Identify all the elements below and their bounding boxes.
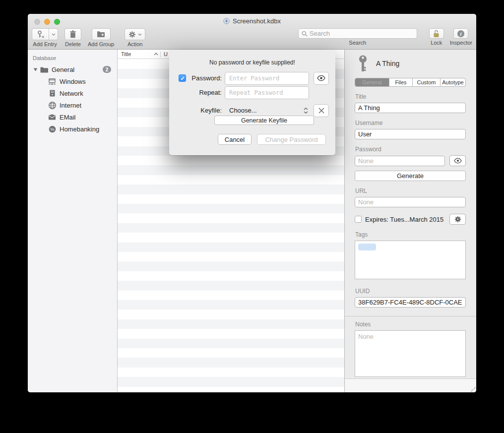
sidebar-item-general[interactable]: General 2 <box>28 63 117 75</box>
title-field[interactable] <box>355 103 466 113</box>
column-header-title[interactable]: Title <box>118 51 154 57</box>
expires-settings-button[interactable] <box>449 214 466 225</box>
inspector-content: A Thing General Files Custom Autotype Ti… <box>345 50 476 378</box>
search-field[interactable] <box>298 28 417 39</box>
windows-group-icon <box>48 78 57 85</box>
uuid-field[interactable] <box>355 297 466 308</box>
lock-toolbar-item: Lock <box>429 28 444 50</box>
cancel-button[interactable]: Cancel <box>218 134 252 145</box>
notes-label: Notes <box>355 321 466 328</box>
key-icon <box>358 55 368 72</box>
add-group-label: Add Group <box>88 41 114 47</box>
resize-grip[interactable] <box>471 387 476 392</box>
title-field-label: Title <box>355 93 466 100</box>
password-field[interactable] <box>355 156 445 166</box>
add-entry-toolbar-item: Add Entry <box>32 28 58 50</box>
sidebar-item-network[interactable]: Network <box>28 87 117 99</box>
password-checkbox[interactable] <box>179 74 186 82</box>
add-entry-dropdown-arrow[interactable] <box>49 29 58 40</box>
sidebar-item-label: General <box>52 66 74 73</box>
search-icon <box>302 31 308 37</box>
action-button[interactable] <box>125 28 145 40</box>
sidebar-item-homebanking[interactable]: % Homebanking <box>28 123 117 135</box>
delete-toolbar-item: Delete <box>64 28 81 50</box>
server-icon <box>48 90 57 97</box>
add-group-toolbar-item: Add Group <box>88 28 114 50</box>
inspector-button[interactable]: i <box>453 28 468 39</box>
svg-text:i: i <box>460 31 462 36</box>
tag-pill[interactable] <box>358 244 376 250</box>
generate-password-button[interactable]: Generate <box>355 171 466 181</box>
repeat-input[interactable] <box>225 86 309 99</box>
keyfile-popup[interactable]: Choose... <box>225 107 309 114</box>
action-toolbar-item: Action <box>125 28 145 50</box>
search-label: Search <box>349 40 366 46</box>
notes-field[interactable] <box>355 330 466 377</box>
key-plus-icon <box>32 29 49 40</box>
inspector-panel: A Thing General Files Custom Autotype Ti… <box>345 50 476 392</box>
tags-box[interactable] <box>355 241 466 279</box>
entry-count-badge: 2 <box>103 66 111 73</box>
sidebar-item-internet[interactable]: Internet <box>28 99 117 111</box>
sidebar-item-label: Windows <box>60 78 86 85</box>
tab-autotype[interactable]: Autotype <box>440 78 465 86</box>
dialog-buttons: Cancel Change Password <box>169 134 335 145</box>
svg-text:%: % <box>50 126 55 132</box>
sidebar-item-windows[interactable]: Windows <box>28 75 117 87</box>
sidebar-item-label: Homebanking <box>60 125 99 133</box>
window-title-text: Screenshot.kdbx <box>233 17 281 25</box>
expires-checkbox[interactable] <box>355 216 362 223</box>
username-field[interactable] <box>355 129 466 139</box>
search-toolbar-item: Search <box>298 28 417 50</box>
document-icon <box>223 18 230 24</box>
sidebar-header: Database <box>28 54 117 63</box>
lock-button[interactable] <box>429 28 444 39</box>
add-group-button[interactable] <box>92 28 111 40</box>
sidebar-item-label: Internet <box>60 102 81 109</box>
inspector-divider <box>345 316 476 316</box>
disclosure-triangle-icon[interactable] <box>32 68 39 71</box>
action-label: Action <box>127 41 143 47</box>
password-row: Password: <box>169 71 335 85</box>
inspector-tabs: General Files Custom Autotype <box>355 78 466 87</box>
repeat-label: Repeat: <box>186 89 222 96</box>
tab-general[interactable]: General <box>355 78 389 86</box>
clear-keyfile-button[interactable] <box>314 104 329 117</box>
password-input[interactable] <box>225 72 309 85</box>
dialog-message: No password or keyfile supplied! <box>169 50 335 66</box>
app-window: Screenshot.kdbx Add Entry <box>28 14 476 392</box>
keyfile-label: Keyfile: <box>186 107 222 114</box>
percent-icon: % <box>48 125 57 133</box>
eye-icon <box>316 75 326 81</box>
toolbar-right: Search Lock i Inspe <box>298 28 472 50</box>
tab-files[interactable]: Files <box>389 78 412 86</box>
eye-icon <box>453 158 462 164</box>
search-input[interactable] <box>310 30 414 37</box>
add-entry-button[interactable] <box>32 28 58 40</box>
tab-custom[interactable]: Custom <box>412 78 440 86</box>
username-field-label: Username <box>355 120 466 126</box>
stepper-icon <box>304 108 308 114</box>
reveal-password-button[interactable] <box>314 72 329 85</box>
inspector-footer <box>345 378 476 392</box>
lock-label: Lock <box>431 40 442 46</box>
action-dropdown-arrow <box>138 33 142 36</box>
reveal-password-button[interactable] <box>449 155 466 166</box>
column-header-username[interactable]: U <box>164 51 168 57</box>
change-password-button[interactable]: Change Password <box>257 134 326 145</box>
generate-keyfile-button[interactable]: Generate Keyfile <box>214 116 314 125</box>
tags-label: Tags <box>355 231 466 238</box>
column-divider[interactable] <box>160 51 161 58</box>
change-password-dialog: No password or keyfile supplied! Passwor… <box>169 50 335 155</box>
toolbar: Add Entry Delete Add Group <box>28 28 476 50</box>
trash-icon <box>69 30 76 38</box>
sidebar-item-email[interactable]: EMail <box>28 111 117 123</box>
sidebar-item-label: Network <box>60 90 83 97</box>
url-field-label: URL <box>355 187 466 194</box>
delete-button[interactable] <box>64 28 81 40</box>
folder-icon <box>40 66 49 73</box>
password-label: Password: <box>186 74 222 82</box>
url-field[interactable] <box>355 197 466 207</box>
inspector-toolbar-item: i Inspector <box>450 28 472 50</box>
info-icon: i <box>457 30 465 38</box>
